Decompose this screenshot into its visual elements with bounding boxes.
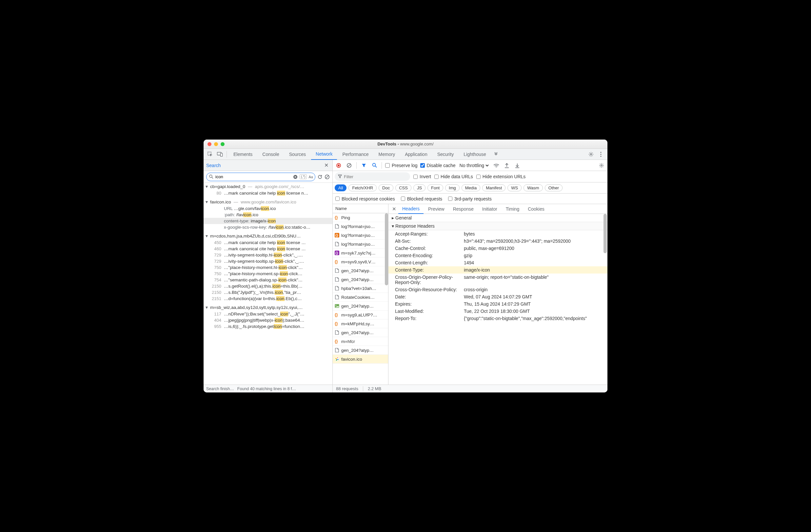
request-row[interactable]: gen_204?atyp…: [333, 346, 388, 355]
blocked-cookies-checkbox[interactable]: Blocked response cookies: [335, 196, 395, 202]
invert-checkbox[interactable]: Invert: [413, 174, 431, 179]
response-headers-section[interactable]: ▾ Response Headers: [388, 222, 608, 230]
tab-network[interactable]: Network: [311, 149, 337, 160]
response-header-row[interactable]: Alt-Svc:h3=":443"; ma=2592000,h3-29=":44…: [388, 237, 608, 245]
minimize-window-button[interactable]: [214, 142, 218, 146]
request-row[interactable]: log?format=jso…: [333, 222, 388, 231]
search-match-line[interactable]: 404…jpeg|jpg|png|tiff|webp|x-icon);base6…: [203, 317, 332, 323]
type-filter-other[interactable]: Other: [545, 185, 563, 191]
search-match-line[interactable]: 729…ivity-segment-tooltip.hl-icon-click"…: [203, 252, 332, 258]
request-row[interactable]: RotateCookies…: [333, 293, 388, 302]
search-match-line[interactable]: 2151…d=function(a){var b=this.icon.Eb(),…: [203, 296, 332, 302]
response-header-row[interactable]: Date:Wed, 07 Aug 2024 14:07:29 GMT: [388, 293, 608, 300]
search-match-line[interactable]: x-google-scs-row-key: /favicon.ico:stati…: [203, 224, 332, 230]
type-filter-media[interactable]: Media: [462, 185, 480, 191]
network-settings-icon[interactable]: [598, 161, 606, 169]
name-column-header[interactable]: Name: [333, 204, 388, 213]
response-header-row[interactable]: Cross-Origin-Opener-Policy-Report-Only:s…: [388, 273, 608, 286]
search-match-line[interactable]: 2150…s.getRoot().el(),a);this.icon=this.…: [203, 283, 332, 289]
network-conditions-icon[interactable]: [492, 161, 500, 169]
settings-icon[interactable]: [586, 150, 596, 159]
type-filter-js[interactable]: JS: [413, 185, 426, 191]
throttling-select[interactable]: No throttling: [458, 162, 490, 168]
tab-sources[interactable]: Sources: [285, 149, 310, 160]
response-header-row[interactable]: Content-Length:1494: [388, 259, 608, 266]
search-match-line[interactable]: 80…mark canonical cite help icon license…: [203, 190, 332, 196]
search-toggle-icon[interactable]: [370, 161, 378, 169]
response-header-row[interactable]: Accept-Ranges:bytes: [388, 230, 608, 237]
response-header-row[interactable]: Cache-Control:public, max-age=691200: [388, 245, 608, 252]
search-match-line[interactable]: 117…nDReve"));Bw.set("select_icon",_.J("…: [203, 311, 332, 317]
inspect-element-icon[interactable]: [205, 150, 215, 159]
search-results[interactable]: ▾cb=gapi.loaded_0—apis.google.com/_/scs/…: [203, 183, 332, 385]
filter-toggle-icon[interactable]: [360, 161, 368, 169]
record-icon[interactable]: [335, 161, 342, 169]
request-row[interactable]: {}m=syg9,aLUfP?…: [333, 311, 388, 319]
request-row[interactable]: gen_204?atyp…: [333, 302, 388, 311]
filter-input[interactable]: [335, 172, 410, 181]
clear-icon[interactable]: [345, 161, 353, 169]
detail-tab-headers[interactable]: Headers: [398, 204, 424, 214]
request-row[interactable]: log?format=jso…: [333, 240, 388, 249]
response-header-row[interactable]: Content-Type:image/x-icon: [388, 266, 608, 273]
search-match-line[interactable]: 955…is,6)};_.fs.prototype.getIcon=functi…: [203, 323, 332, 330]
more-tabs-icon[interactable]: [491, 150, 501, 159]
search-match-line[interactable]: 460…mark canonical cite help icon licens…: [203, 246, 332, 252]
response-header-row[interactable]: Content-Encoding:gzip: [388, 252, 608, 259]
general-section[interactable]: ▸ General: [388, 214, 608, 222]
detail-tab-cookies[interactable]: Cookies: [524, 204, 548, 214]
request-row[interactable]: hpba?vet=10ah…: [333, 284, 388, 293]
response-header-row[interactable]: Report-To:{"group":"static-on-bigtable",…: [388, 315, 608, 322]
search-file-header[interactable]: ▾cb=gapi.loaded_0—apis.google.com/_/scs/…: [203, 183, 332, 190]
disable-cache-checkbox[interactable]: Disable cache: [420, 163, 456, 168]
close-detail-icon[interactable]: ✕: [391, 206, 398, 212]
third-party-checkbox[interactable]: 3rd-party requests: [448, 196, 492, 202]
search-match-line[interactable]: 450…mark canonical cite help icon licens…: [203, 239, 332, 246]
tab-elements[interactable]: Elements: [229, 149, 257, 160]
regex-toggle[interactable]: (.*): [300, 174, 306, 179]
request-row[interactable]: {}m=kMFpHd,sy…: [333, 319, 388, 328]
type-filter-ws[interactable]: WS: [507, 185, 522, 191]
request-row[interactable]: gen_204?atyp…: [333, 266, 388, 275]
search-tab-label[interactable]: Search: [206, 163, 220, 168]
search-field[interactable]: [215, 174, 291, 179]
more-menu-icon[interactable]: [596, 150, 606, 159]
type-filter-fetchxhr[interactable]: Fetch/XHR: [349, 185, 377, 191]
refresh-search-icon[interactable]: [317, 174, 323, 179]
close-search-icon[interactable]: ✕: [323, 162, 330, 168]
match-case-toggle[interactable]: Aa: [309, 175, 313, 179]
search-match-line[interactable]: 2150…s.Bb("Jylpdf");_.Vn(this.icon,"tia_…: [203, 289, 332, 296]
request-row[interactable]: favicon.ico: [333, 355, 388, 364]
detail-tab-preview[interactable]: Preview: [424, 204, 448, 214]
preserve-log-checkbox[interactable]: Preserve log: [385, 163, 418, 168]
detail-tab-initiator[interactable]: Initiator: [478, 204, 501, 214]
tab-lighthouse[interactable]: Lighthouse: [459, 149, 491, 160]
detail-scrollbar[interactable]: [603, 214, 607, 253]
response-header-row[interactable]: Cross-Origin-Resource-Policy:cross-origi…: [388, 286, 608, 293]
detail-body[interactable]: ▸ General ▾ Response Headers Accept-Rang…: [388, 214, 608, 385]
request-list-scrollbar[interactable]: [385, 213, 388, 285]
search-input[interactable]: (.*) Aa: [206, 173, 315, 181]
hide-data-urls-checkbox[interactable]: Hide data URLs: [434, 174, 473, 179]
type-filter-img[interactable]: Img: [445, 185, 460, 191]
tab-application[interactable]: Application: [400, 149, 432, 160]
tab-console[interactable]: Console: [258, 149, 284, 160]
tab-memory[interactable]: Memory: [374, 149, 400, 160]
device-toolbar-icon[interactable]: [215, 150, 225, 159]
search-file-header[interactable]: ▾m=sb_wiz,aa,abd,sy12d,sytt,sytp,sy12c,s…: [203, 304, 332, 311]
close-window-button[interactable]: [208, 142, 211, 146]
search-match-line[interactable]: 754…"semantic-path-dialog.sp-icon-click"…: [203, 277, 332, 283]
hide-extension-urls-checkbox[interactable]: Hide extension URLs: [476, 174, 526, 179]
request-row[interactable]: {}log?format=jso…: [333, 231, 388, 240]
search-match-line[interactable]: 750…"place-history-moment.hl-icon-click"…: [203, 264, 332, 270]
request-row[interactable]: gen_204?atyp…: [333, 275, 388, 284]
maximize-window-button[interactable]: [220, 142, 225, 146]
request-row[interactable]: {}m=syv9,syv8,V…: [333, 257, 388, 266]
download-har-icon[interactable]: [513, 161, 521, 169]
tab-security[interactable]: Security: [433, 149, 459, 160]
search-match-line[interactable]: :path: /favicon.ico: [203, 212, 332, 218]
request-row[interactable]: {}Ping: [333, 213, 388, 222]
request-row[interactable]: {}m=hfcr: [333, 337, 388, 346]
tab-performance[interactable]: Performance: [338, 149, 373, 160]
search-match-line[interactable]: 750…"place-history-moment.sp-icon-click…: [203, 270, 332, 277]
